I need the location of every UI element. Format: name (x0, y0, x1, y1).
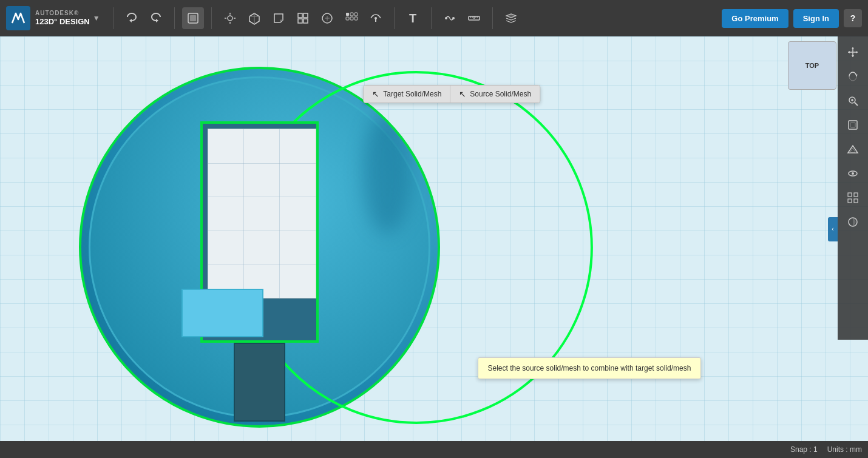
svg-rect-17 (346, 17, 349, 20)
zoom-view-button[interactable] (842, 90, 864, 112)
svg-rect-2 (190, 15, 196, 21)
right-panel (838, 36, 868, 340)
select-tool-button[interactable] (182, 7, 204, 29)
grid-v-1 (243, 129, 244, 298)
pan-view-button[interactable] (842, 41, 864, 63)
status-bar: Snap : 1 Units : mm (0, 441, 868, 458)
target-label: Target Solid/Mesh (383, 90, 441, 98)
grid-v-2 (279, 129, 280, 298)
grid-h-2 (208, 197, 316, 197)
cursor-icon-2: ↖ (459, 89, 466, 99)
perspective-view-button[interactable] (842, 138, 864, 160)
svg-marker-34 (848, 51, 850, 53)
app-logo-icon[interactable] (6, 6, 30, 30)
materials-view-button[interactable] (842, 211, 864, 233)
fit-view-button[interactable] (842, 114, 864, 136)
svg-rect-48 (854, 199, 858, 203)
door-white-panel (208, 129, 316, 298)
svg-rect-46 (854, 193, 858, 197)
hint-tooltip: Select the source solid/mesh to combine … (478, 357, 702, 379)
divider-2 (174, 7, 175, 29)
target-solid-button[interactable]: ↖ Target Solid/Mesh (364, 86, 450, 103)
help-button[interactable]: ? (844, 9, 862, 27)
hint-text: Select the source solid/mesh to combine … (488, 364, 691, 372)
snap-button[interactable] (439, 7, 461, 29)
extra-tools-group (438, 7, 486, 29)
svg-marker-35 (856, 51, 858, 53)
svg-marker-33 (852, 55, 854, 57)
svg-rect-14 (346, 13, 349, 16)
transform-button[interactable] (219, 7, 241, 29)
svg-point-44 (852, 172, 854, 175)
svg-marker-32 (852, 47, 854, 49)
grid-view-button[interactable] (842, 187, 864, 209)
undo-button[interactable] (121, 7, 143, 29)
svg-rect-11 (303, 13, 308, 18)
svg-rect-16 (354, 13, 358, 16)
svg-point-21 (375, 17, 377, 19)
divider-3 (211, 7, 212, 29)
divider-5 (431, 7, 432, 29)
sign-in-button[interactable]: Sign In (793, 9, 839, 28)
layers-button[interactable] (500, 7, 522, 29)
redo-button[interactable] (145, 7, 167, 29)
view-cube-top[interactable]: TOP (788, 41, 836, 90)
top-toolbar: AUTODESK® 123D° DESIGN ▼ (0, 0, 868, 36)
transform-group (218, 7, 388, 29)
sketch-button[interactable] (268, 7, 290, 29)
svg-rect-45 (848, 193, 852, 197)
ruler-button[interactable] (463, 7, 485, 29)
grid-h-3 (208, 231, 316, 231)
right-panel-collapse-arrow[interactable]: ‹ (828, 217, 838, 241)
pattern-button[interactable] (341, 7, 362, 29)
logo-text: AUTODESK® 123D° DESIGN (35, 9, 90, 27)
door-blue-accent (181, 289, 263, 337)
divider-4 (394, 7, 395, 29)
visibility-button[interactable] (842, 163, 864, 184)
text-button[interactable]: T (402, 7, 424, 29)
modify-button[interactable] (316, 7, 338, 29)
rotate-view-button[interactable] (842, 66, 864, 87)
logo-area: AUTODESK® 123D° DESIGN ▼ (0, 6, 109, 30)
text-group: T (401, 7, 425, 29)
select-group (181, 7, 205, 29)
right-toolbar-buttons: Go Premium Sign In ? (722, 9, 868, 28)
door-post (234, 343, 285, 422)
snap-status[interactable]: Snap : 1 (790, 445, 818, 454)
svg-point-23 (452, 17, 455, 19)
undo-redo-group (120, 7, 168, 29)
door-frame-assembly (200, 121, 319, 343)
grid-h-4 (208, 264, 316, 264)
construct-button[interactable] (292, 7, 314, 29)
brand-name: AUTODESK® (35, 9, 90, 17)
logo-dropdown[interactable]: ▼ (93, 14, 100, 22)
canvas-area[interactable]: ↖ Target Solid/Mesh ↖ Source Solid/Mesh … (0, 36, 868, 458)
svg-line-38 (855, 103, 858, 106)
divider-6 (492, 7, 493, 29)
measure-button[interactable] (365, 7, 387, 29)
layers-group (499, 7, 523, 29)
source-label: Source Solid/Mesh (470, 90, 531, 98)
svg-rect-47 (848, 199, 852, 203)
svg-rect-13 (303, 19, 308, 23)
go-premium-button[interactable]: Go Premium (722, 9, 788, 28)
operation-bar: ↖ Target Solid/Mesh ↖ Source Solid/Mesh (363, 85, 540, 103)
svg-rect-41 (849, 121, 857, 129)
svg-marker-36 (855, 75, 858, 76)
units-status[interactable]: Units : mm (827, 445, 862, 454)
svg-rect-42 (850, 123, 855, 127)
disc-shadow (363, 112, 412, 234)
product-name: 123D° DESIGN (35, 17, 90, 27)
source-solid-button[interactable]: ↖ Source Solid/Mesh (450, 86, 540, 103)
snap-label: Snap : 1 (790, 445, 818, 454)
svg-rect-12 (298, 19, 302, 23)
svg-rect-19 (354, 17, 358, 20)
grid-h-1 (208, 163, 316, 164)
svg-point-22 (445, 17, 447, 19)
primitives-button[interactable] (243, 7, 265, 29)
door-outer-frame (200, 121, 319, 343)
svg-point-3 (228, 16, 232, 21)
svg-rect-18 (350, 17, 353, 20)
view-cube[interactable]: TOP (788, 41, 836, 90)
svg-rect-10 (298, 13, 302, 18)
